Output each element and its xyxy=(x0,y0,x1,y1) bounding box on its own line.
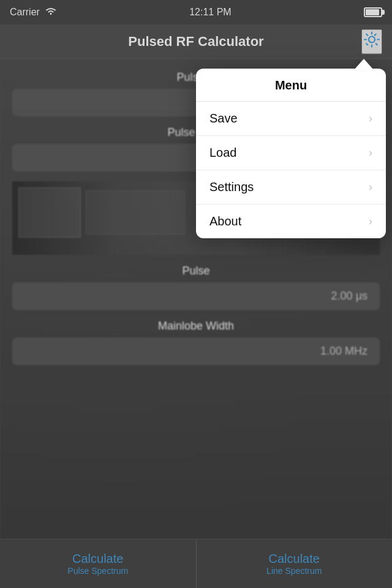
menu-load-chevron: › xyxy=(369,146,372,159)
menu-item-load[interactable]: Load › xyxy=(196,136,386,170)
page: Carrier 12:11 PM Pulsed RF Calculator xyxy=(0,0,392,588)
menu-title: Menu xyxy=(275,78,307,92)
menu-save-chevron: › xyxy=(369,112,372,125)
menu-item-save[interactable]: Save › xyxy=(196,102,386,136)
menu-item-about[interactable]: About › xyxy=(196,205,386,238)
menu-save-label: Save xyxy=(209,111,238,126)
menu-about-chevron: › xyxy=(369,215,372,228)
menu-item-settings[interactable]: Settings › xyxy=(196,170,386,205)
menu-popup: Menu Save › Load › Settings › About › xyxy=(196,69,386,238)
menu-header: Menu xyxy=(196,69,386,102)
menu-arrow xyxy=(354,59,374,70)
menu-settings-chevron: › xyxy=(369,181,372,194)
menu-about-label: About xyxy=(209,214,241,228)
menu-settings-label: Settings xyxy=(209,180,254,194)
menu-load-label: Load xyxy=(209,146,237,160)
